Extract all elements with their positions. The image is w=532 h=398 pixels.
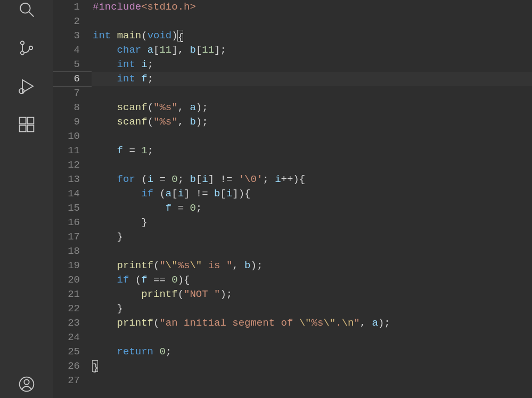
token: ; — [178, 173, 190, 185]
token: i — [275, 173, 281, 185]
svg-point-0 — [20, 3, 30, 13]
token — [153, 346, 159, 358]
code-line[interactable]: } — [92, 359, 532, 374]
token — [93, 260, 117, 271]
token: ( — [178, 288, 184, 300]
line-number: 27 — [53, 374, 80, 388]
code-line[interactable]: for (i = 0; b[i] != '\0'; i++){ — [92, 172, 532, 187]
line-number-gutter: 1234567891011121314151617181920212223242… — [53, 0, 92, 398]
token: ; — [148, 73, 153, 85]
token: scanf — [117, 102, 148, 113]
code-line[interactable]: if (a[i] != b[i]){ — [92, 187, 532, 201]
token: b — [190, 116, 195, 128]
token: i — [148, 173, 153, 185]
code-line[interactable]: } — [92, 302, 532, 316]
token: = — [123, 145, 141, 156]
token — [93, 303, 117, 314]
token: , — [360, 317, 372, 329]
svg-rect-7 — [20, 118, 26, 124]
token: if — [117, 274, 129, 286]
token: [ — [171, 188, 177, 200]
code-line[interactable]: scanf("%s", a); — [92, 101, 532, 115]
token: ){ — [178, 274, 190, 286]
token: [ — [196, 44, 202, 56]
token: a — [148, 44, 153, 56]
token: a — [372, 317, 378, 329]
code-line[interactable]: } — [92, 230, 532, 244]
token: b — [214, 188, 220, 200]
code-area[interactable]: #include<stdio.h>int main(void){ char a[… — [92, 0, 532, 398]
code-line[interactable] — [92, 86, 532, 101]
svg-rect-10 — [27, 118, 34, 124]
code-line[interactable]: int f; — [92, 72, 532, 86]
token: == — [148, 274, 172, 286]
token — [111, 30, 117, 42]
token: i — [226, 188, 232, 200]
token: ( — [153, 260, 159, 271]
token: ; — [166, 346, 171, 358]
token: ( — [153, 317, 159, 329]
token: 11 — [202, 44, 214, 56]
code-line[interactable] — [92, 129, 532, 144]
line-number: 24 — [53, 330, 80, 345]
token: " — [354, 317, 359, 329]
code-line[interactable]: f = 0; — [92, 201, 532, 215]
token: ; — [148, 59, 153, 70]
line-number: 21 — [53, 287, 80, 302]
token: main — [117, 30, 142, 42]
code-line[interactable] — [92, 158, 532, 172]
token — [93, 317, 117, 329]
token: ] != — [184, 188, 214, 200]
token: = — [171, 202, 190, 214]
search-icon[interactable] — [17, 0, 36, 19]
code-line[interactable]: } — [92, 215, 532, 230]
line-number: 7 — [53, 86, 80, 101]
token — [93, 145, 117, 156]
editor[interactable]: 1234567891011121314151617181920212223242… — [53, 0, 532, 398]
code-line[interactable]: char a[11], b[11]; — [92, 43, 532, 57]
token: return — [117, 346, 153, 358]
run-debug-icon[interactable] — [17, 77, 36, 96]
code-line[interactable]: if (f == 0){ — [92, 273, 532, 287]
token: ; — [196, 202, 202, 214]
line-number: 2 — [53, 14, 80, 29]
code-line[interactable] — [92, 330, 532, 345]
code-line[interactable]: return 0; — [92, 345, 532, 359]
code-line[interactable]: #include<stdio.h> — [92, 0, 532, 14]
line-number: 19 — [53, 259, 80, 273]
token: printf — [117, 317, 153, 329]
token: %s — [312, 317, 324, 329]
code-line[interactable] — [92, 374, 532, 388]
account-icon[interactable] — [17, 375, 36, 394]
code-line[interactable]: int i; — [92, 57, 532, 72]
token — [93, 231, 117, 243]
code-line[interactable]: printf("NOT "); — [92, 287, 532, 302]
token: ( — [135, 173, 148, 185]
token — [93, 217, 141, 228]
code-line[interactable]: f = 1; — [92, 144, 532, 158]
code-line[interactable]: scanf("%s", b); — [92, 115, 532, 129]
token: } — [117, 303, 123, 314]
token: %s — [178, 260, 190, 271]
source-control-icon[interactable] — [17, 38, 36, 57]
token — [93, 44, 117, 56]
token: 1 — [141, 145, 147, 156]
code-line[interactable] — [92, 244, 532, 259]
code-line[interactable]: int main(void){ — [92, 29, 532, 43]
token: [ — [220, 188, 226, 200]
extensions-icon[interactable] — [17, 115, 36, 134]
code-line[interactable]: printf("\"%s\" is ", b); — [92, 259, 532, 273]
token — [93, 173, 117, 185]
token: void — [148, 30, 172, 42]
token: f — [141, 274, 147, 286]
token: printf — [117, 260, 153, 271]
token: for — [117, 173, 135, 185]
line-number: 26 — [53, 359, 80, 374]
token: [ — [196, 173, 202, 185]
cursor: { — [177, 30, 183, 42]
token — [93, 102, 117, 113]
code-line[interactable] — [92, 14, 532, 29]
svg-rect-8 — [20, 125, 26, 131]
token: f — [117, 145, 123, 156]
code-line[interactable]: printf("an initial segment of \"%s\".\n"… — [92, 316, 532, 330]
